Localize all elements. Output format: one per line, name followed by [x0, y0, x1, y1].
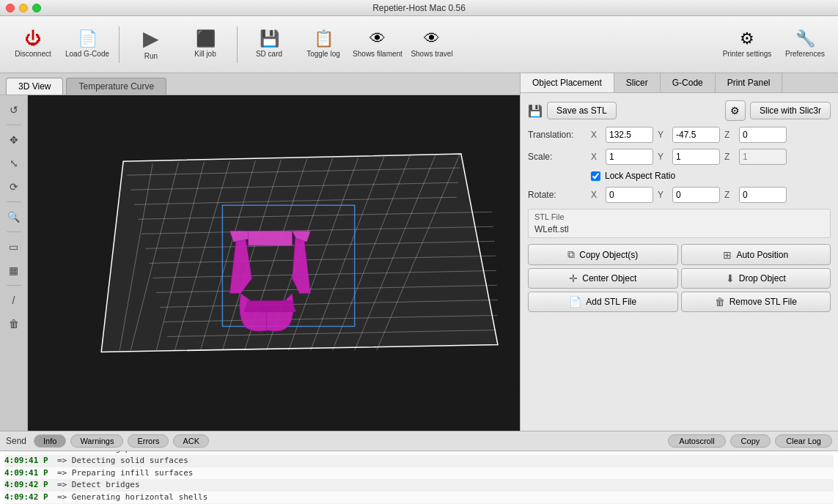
log-tabs: Send Info Warnings Errors ACK Autoscroll… — [0, 431, 838, 451]
right-content: 💾 Save as STL ⚙ Slice with Slic3r Transl… — [521, 93, 838, 431]
traffic-lights — [6, 4, 41, 12]
autoscroll-button[interactable]: Autoscroll — [668, 434, 725, 448]
settings-gear-button[interactable]: ⚙ — [725, 100, 746, 121]
scale-tool[interactable]: ⤡ — [4, 153, 24, 174]
sd-card-button[interactable]: 💾 SD card — [243, 20, 295, 70]
shows-filament-button[interactable]: 👁 Shows filament — [352, 20, 403, 70]
close-button[interactable] — [6, 4, 15, 12]
refresh-tool[interactable]: ↺ — [4, 100, 24, 120]
log-text: => Detect bridges — [57, 479, 140, 492]
log-line: 4:09:42 P => Detect bridges — [4, 479, 834, 492]
log-tab-info[interactable]: Info — [34, 434, 66, 448]
copy-objects-button[interactable]: ⧉ Copy Object(s) — [528, 244, 678, 265]
log-area: Send Info Warnings Errors ACK Autoscroll… — [0, 431, 838, 504]
knife-tool[interactable]: / — [4, 290, 24, 311]
run-button[interactable]: ▶ Run — [125, 20, 177, 70]
kill-job-button[interactable]: ⬛ Kill job — [180, 20, 231, 70]
maximize-button[interactable] — [32, 4, 41, 12]
save-stl-icon: 💾 — [528, 104, 543, 118]
scale-z-input[interactable] — [739, 149, 787, 165]
log-text: => Detecting solid surfaces — [57, 455, 188, 467]
wrench-icon: 🔧 — [795, 31, 815, 47]
add-stl-button[interactable]: 📄 Add STL File — [528, 292, 678, 312]
toggle-log-button[interactable]: 📋 Toggle log — [298, 20, 349, 70]
shows-travel-label: Shows travel — [411, 50, 452, 58]
view-mode-2[interactable]: ▦ — [4, 260, 24, 281]
log-tab-warnings[interactable]: Warnings — [70, 434, 123, 448]
tab-temperature-curve[interactable]: Temperature Curve — [66, 78, 166, 94]
drop-object-button[interactable]: ⬇ Drop Object — [681, 268, 831, 289]
run-icon: ▶ — [143, 29, 159, 49]
slice-button[interactable]: Slice with Slic3r — [750, 102, 831, 119]
zoom-in-tool[interactable]: 🔍 — [4, 207, 24, 227]
log-line: 4:09:41 P => Preparing infill surfaces — [4, 467, 834, 480]
delete-tool[interactable]: 🗑 — [4, 314, 24, 334]
op-header: 💾 Save as STL ⚙ Slice with Slic3r — [528, 100, 831, 121]
y-label-scale: Y — [658, 152, 668, 162]
rotate-z-input[interactable] — [739, 187, 787, 203]
viewport[interactable]: ↺ ✥ ⤡ ⟳ 🔍 ▭ ▦ / 🗑 — [0, 95, 520, 431]
translation-z-input[interactable] — [739, 127, 787, 143]
preferences-label: Preferences — [785, 50, 825, 58]
preferences-button[interactable]: 🔧 Preferences — [779, 20, 831, 70]
remove-stl-icon: 🗑 — [715, 296, 725, 308]
auto-position-button[interactable]: ⊞ Auto Position — [681, 244, 831, 265]
view-mode-1[interactable]: ▭ — [4, 237, 24, 257]
printer-settings-button[interactable]: ⚙ Printer settings — [718, 20, 776, 70]
center-object-button[interactable]: ✛ Center Object — [528, 268, 678, 289]
lock-aspect-label: Lock Aspect Ratio — [605, 171, 675, 181]
copy-objects-icon: ⧉ — [567, 248, 575, 261]
log-tab-errors[interactable]: Errors — [128, 434, 169, 448]
tab-3d-view[interactable]: 3D View — [6, 78, 63, 94]
scene-3d — [28, 95, 520, 389]
translation-x-input[interactable] — [606, 127, 653, 143]
sd-card-label: SD card — [256, 50, 282, 58]
rotate-y-input[interactable] — [672, 187, 720, 203]
shows-travel-button[interactable]: 👁 Shows travel — [406, 20, 457, 70]
printer-settings-label: Printer settings — [723, 50, 772, 58]
load-gcode-button[interactable]: 📄 Load G-Code — [62, 20, 113, 70]
tab-slicer[interactable]: Slicer — [614, 73, 661, 92]
scale-row: Scale: X Y Z — [528, 149, 831, 165]
right-tabs: Object Placement Slicer G-Code Print Pan… — [521, 73, 838, 93]
tab-g-code[interactable]: G-Code — [661, 73, 716, 92]
z-label-translation: Z — [724, 130, 735, 140]
log-content: 4:09:38 P => Processing triangulated mes… — [0, 451, 838, 504]
auto-position-icon: ⊞ — [723, 249, 732, 261]
x-label-rotate: X — [591, 190, 601, 200]
load-gcode-label: Load G-Code — [65, 50, 109, 58]
tool-divider-1 — [7, 125, 21, 125]
log-text: => Generating horizontal shells — [57, 492, 207, 504]
rotate-x-input[interactable] — [606, 187, 653, 203]
file-icon: 📄 — [78, 31, 98, 47]
log-time: 4:09:42 P — [4, 492, 54, 504]
clear-log-button[interactable]: Clear Log — [775, 434, 832, 448]
translation-y-input[interactable] — [672, 127, 720, 143]
log-tab-ack[interactable]: ACK — [173, 434, 209, 448]
toolbar-separator-2 — [237, 26, 238, 63]
log-time: 4:09:41 P — [4, 467, 54, 480]
rotate-tool[interactable]: ⟳ — [4, 177, 24, 197]
tool-strip: ↺ ✥ ⤡ ⟳ 🔍 ▭ ▦ / 🗑 — [0, 95, 28, 431]
log-line: 4:09:42 P => Generating horizontal shell… — [4, 492, 834, 504]
save-stl-button[interactable]: Save as STL — [547, 102, 617, 119]
tab-print-panel[interactable]: Print Panel — [716, 73, 783, 92]
tool-divider-2 — [7, 201, 21, 202]
scale-x-input[interactable] — [606, 149, 653, 165]
disconnect-label: Disconnect — [15, 50, 51, 58]
add-stl-icon: 📄 — [569, 296, 581, 308]
lock-aspect-checkbox[interactable] — [591, 171, 600, 181]
toolbar-separator-1 — [119, 26, 120, 63]
remove-stl-button[interactable]: 🗑 Remove STL File — [681, 292, 831, 312]
eye-filament-icon: 👁 — [370, 31, 386, 47]
tab-object-placement[interactable]: Object Placement — [521, 73, 614, 92]
minimize-button[interactable] — [19, 4, 28, 12]
rotate-row: Rotate: X Y Z — [528, 187, 831, 203]
gear-icon: ⚙ — [740, 31, 754, 47]
scale-y-input[interactable] — [672, 149, 720, 165]
move-tool[interactable]: ✥ — [4, 130, 24, 150]
main-area: 3D View Temperature Curve ↺ ✥ ⤡ ⟳ 🔍 ▭ ▦ … — [0, 73, 838, 431]
stl-file-name: WLeft.stl — [534, 224, 824, 234]
disconnect-button[interactable]: ⏻ Disconnect — [7, 20, 59, 70]
copy-log-button[interactable]: Copy — [730, 434, 771, 448]
